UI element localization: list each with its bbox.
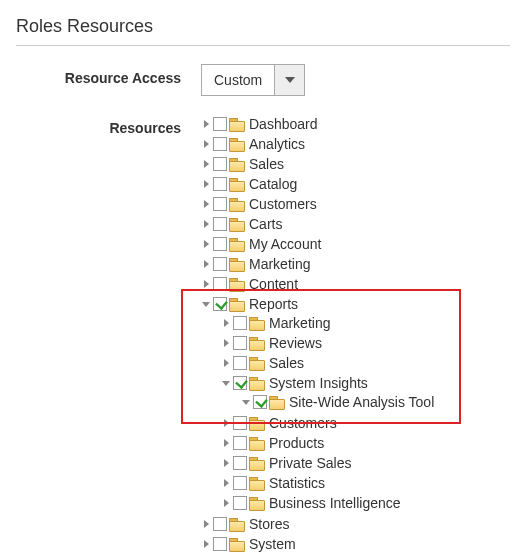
tree-node-label[interactable]: Content	[249, 275, 298, 293]
tree-node-label[interactable]: Catalog	[249, 175, 297, 193]
tree-node-label[interactable]: Customers	[249, 195, 317, 213]
tree-node-label[interactable]: Statistics	[269, 474, 325, 492]
checkbox-site-wide-analysis-tool[interactable]	[253, 395, 267, 409]
tree-node-label[interactable]: Carts	[249, 215, 282, 233]
checkbox-system-insights[interactable]	[233, 376, 247, 390]
folder-icon	[249, 336, 265, 350]
collapse-toggle-icon[interactable]	[221, 378, 231, 388]
tree-node-marketing: Marketing	[221, 313, 510, 333]
tree-node-label[interactable]: Stores	[249, 515, 289, 533]
tree-node-sales: Sales	[201, 154, 510, 174]
checkbox-marketing[interactable]	[213, 257, 227, 271]
expand-toggle-icon[interactable]	[201, 539, 211, 549]
expand-toggle-icon[interactable]	[221, 338, 231, 348]
folder-icon	[249, 416, 265, 430]
expand-toggle-icon[interactable]	[221, 358, 231, 368]
expand-toggle-icon[interactable]	[201, 159, 211, 169]
collapse-toggle-icon[interactable]	[201, 299, 211, 309]
expand-toggle-icon[interactable]	[221, 498, 231, 508]
tree-node-label[interactable]: Analytics	[249, 135, 305, 153]
folder-icon	[249, 376, 265, 390]
checkbox-business-intelligence[interactable]	[233, 496, 247, 510]
tree-node-label[interactable]: Dashboard	[249, 115, 318, 133]
collapse-toggle-icon[interactable]	[241, 397, 251, 407]
folder-icon	[229, 217, 245, 231]
tree-node-label[interactable]: Marketing	[269, 314, 330, 332]
checkbox-stores[interactable]	[213, 517, 227, 531]
checkbox-reports[interactable]	[213, 297, 227, 311]
checkbox-statistics[interactable]	[233, 476, 247, 490]
folder-icon	[249, 476, 265, 490]
divider	[16, 45, 510, 46]
tree-node-reviews: Reviews	[221, 333, 510, 353]
checkbox-carts[interactable]	[213, 217, 227, 231]
tree-node-label[interactable]: Business Intelligence	[269, 494, 401, 512]
checkbox-catalog[interactable]	[213, 177, 227, 191]
folder-icon	[229, 177, 245, 191]
checkbox-my-account[interactable]	[213, 237, 227, 251]
tree-node-label[interactable]: Customers	[269, 414, 337, 432]
folder-icon	[269, 395, 285, 409]
expand-toggle-icon[interactable]	[221, 418, 231, 428]
tree-node-label[interactable]: My Account	[249, 235, 321, 253]
tree-node-label[interactable]: Products	[269, 434, 324, 452]
resource-access-select[interactable]: Custom	[201, 64, 305, 96]
tree-node-my-account: My Account	[201, 234, 510, 254]
folder-icon	[229, 197, 245, 211]
checkbox-private-sales[interactable]	[233, 456, 247, 470]
tree-node-label[interactable]: System	[249, 535, 296, 553]
checkbox-reviews[interactable]	[233, 336, 247, 350]
expand-toggle-icon[interactable]	[201, 259, 211, 269]
folder-icon	[229, 137, 245, 151]
checkbox-sales[interactable]	[233, 356, 247, 370]
tree-node-label[interactable]: System Insights	[269, 374, 368, 392]
folder-icon	[249, 456, 265, 470]
tree-node-analytics: Analytics	[201, 134, 510, 154]
checkbox-dashboard[interactable]	[213, 117, 227, 131]
tree-node-label[interactable]: Reports	[249, 295, 298, 313]
tree-node-label[interactable]: Sales	[269, 354, 304, 372]
tree-node-label[interactable]: Private Sales	[269, 454, 351, 472]
tree-node-label[interactable]: Sales	[249, 155, 284, 173]
checkbox-customers[interactable]	[213, 197, 227, 211]
expand-toggle-icon[interactable]	[221, 458, 231, 468]
tree-node-content: Content	[201, 274, 510, 294]
checkbox-system[interactable]	[213, 537, 227, 551]
folder-icon	[229, 517, 245, 531]
expand-toggle-icon[interactable]	[221, 438, 231, 448]
expand-toggle-icon[interactable]	[201, 239, 211, 249]
tree-node-label[interactable]: Site-Wide Analysis Tool	[289, 393, 434, 411]
tree-node-dashboard: Dashboard	[201, 114, 510, 134]
tree-node-sales: Sales	[221, 353, 510, 373]
expand-toggle-icon[interactable]	[201, 279, 211, 289]
folder-icon	[229, 257, 245, 271]
tree-node-business-intelligence: Business Intelligence	[221, 493, 510, 513]
expand-toggle-icon[interactable]	[201, 139, 211, 149]
tree-node-label[interactable]: Marketing	[249, 255, 310, 273]
tree-node-label[interactable]: Reviews	[269, 334, 322, 352]
folder-icon	[249, 436, 265, 450]
checkbox-sales[interactable]	[213, 157, 227, 171]
tree-node-carts: Carts	[201, 214, 510, 234]
expand-toggle-icon[interactable]	[201, 219, 211, 229]
tree-node-system: System	[201, 534, 510, 554]
checkbox-content[interactable]	[213, 277, 227, 291]
chevron-down-icon	[274, 65, 304, 95]
checkbox-products[interactable]	[233, 436, 247, 450]
resources-label: Resources	[16, 114, 201, 136]
expand-toggle-icon[interactable]	[201, 199, 211, 209]
tree-node-marketing: Marketing	[201, 254, 510, 274]
expand-toggle-icon[interactable]	[221, 318, 231, 328]
expand-toggle-icon[interactable]	[221, 478, 231, 488]
resource-access-value: Custom	[202, 65, 274, 95]
folder-icon	[249, 356, 265, 370]
expand-toggle-icon[interactable]	[201, 179, 211, 189]
folder-icon	[229, 277, 245, 291]
checkbox-customers[interactable]	[233, 416, 247, 430]
tree-node-private-sales: Private Sales	[221, 453, 510, 473]
expand-toggle-icon[interactable]	[201, 519, 211, 529]
tree-node-stores: Stores	[201, 514, 510, 534]
checkbox-marketing[interactable]	[233, 316, 247, 330]
expand-toggle-icon[interactable]	[201, 119, 211, 129]
checkbox-analytics[interactable]	[213, 137, 227, 151]
